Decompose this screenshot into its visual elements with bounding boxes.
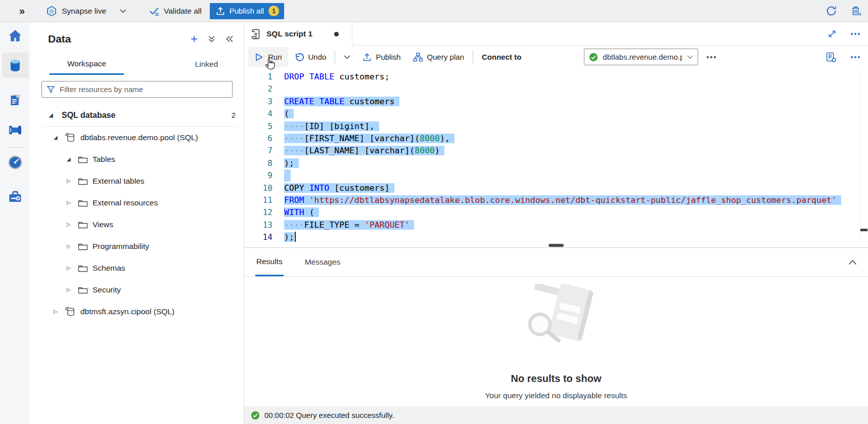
validate-check-icon [149,6,160,17]
validate-all-button[interactable]: Validate all [149,6,202,17]
nav-manage-icon[interactable] [2,184,28,209]
publish-upload-icon [216,7,225,15]
tree-item-dbtlabs-revenue-demo-pool-sql[interactable]: ◢ dbtlabs.revenue.demo.pool (SQL) [30,126,244,148]
filter-box [41,81,233,98]
text-caret [295,232,296,242]
tree-item-dbtmsft-azsyn-cipool-sql[interactable]: ▷ dbtmsft.azsyn.cipool (SQL) [30,301,244,322]
discard-trash-icon[interactable] [850,5,862,17]
nav-data-icon[interactable] [2,53,28,78]
nav-integrate-icon[interactable] [2,117,28,143]
results-tab-bar: Results Messages [244,248,868,277]
script-tab-title: SQL script 1 [266,29,312,38]
expand-menu-icon[interactable]: » [19,5,25,17]
top-bar: » Synapse live Validate all Publish all … [0,0,868,22]
sql-editor-area: SQL script 1 Run Undo [244,22,868,424]
collapsed-caret-icon[interactable]: ▷ [67,243,75,249]
tab-workspace[interactable]: Workspace [50,54,124,75]
code-line-7[interactable]: 7····[LAST_NAME] [varchar](8000) [244,145,868,157]
undo-button[interactable]: Undo [288,47,333,67]
tree-item-security[interactable]: ▷ Security [30,279,244,301]
expanded-caret-icon[interactable]: ◢ [54,135,62,140]
folder-icon [78,155,88,163]
toolbar-more-icon[interactable] [851,56,860,58]
code-line-13[interactable]: 13····FILE_TYPE = 'PARQUET' [244,219,868,231]
query-plan-label: Query plan [427,53,464,61]
no-results-illustration [512,284,601,351]
main-layout: Data + Workspace Linked [0,22,868,424]
expanded-caret-icon[interactable]: ◢ [67,156,75,162]
code-line-6[interactable]: 6····[FIRST_NAME] [varchar](8000), [244,133,868,145]
line-number: 1 [244,71,272,83]
nav-develop-icon[interactable] [2,87,28,112]
query-status-bar: 00:00:02 Query executed successfully. [244,406,868,424]
run-options-chevron[interactable] [338,47,356,67]
tree-item-views[interactable]: ▷ Views [30,214,244,235]
pool-selector-dropdown[interactable]: dbtlabs.revenue.demo.pool [584,49,698,65]
data-panel-header: Data + [30,25,244,53]
add-resource-button[interactable]: + [191,33,198,45]
tree-item-schemas[interactable]: ▷ Schemas [30,257,244,279]
code-line-12[interactable]: 12WITH ( [244,206,868,219]
query-plan-button[interactable]: Query plan [407,47,470,67]
tab-results[interactable]: Results [255,248,284,276]
tab-sql-script-1[interactable]: SQL script 1 [244,22,352,46]
splitter-handle[interactable] [549,244,564,247]
code-line-11[interactable]: 11FROM 'https://dbtlabsynapsedatalake.bl… [244,194,868,206]
filter-resources-input[interactable] [60,85,227,94]
editor-tab-bar-right [352,22,868,46]
collapsed-caret-icon[interactable]: ▷ [54,309,62,314]
code-line-1[interactable]: 1DROP TABLE customers; [244,71,868,83]
tree-item-programmability[interactable]: ▷ Programmability [30,235,244,257]
editor-scrollbar[interactable] [860,68,868,244]
tree-item-external-tables[interactable]: ▷ External tables [30,170,244,192]
code-line-2[interactable]: 2 [244,83,868,95]
collapse-panel-icon[interactable] [225,35,234,43]
line-number: 10 [244,182,272,194]
code-line-14[interactable]: 14); [244,231,868,243]
data-panel: Data + Workspace Linked [30,22,244,424]
code-line-4[interactable]: 4( [244,108,868,120]
tree-item-tables[interactable]: ◢ Tables [30,148,244,170]
collapsed-caret-icon[interactable]: ▷ [67,265,75,271]
expand-editor-icon[interactable] [828,29,837,38]
run-button[interactable]: Run [248,47,288,67]
tab-linked[interactable]: Linked [169,54,244,75]
editor-tab-bar: SQL script 1 [244,22,868,46]
environment-switcher[interactable]: Synapse live [46,6,126,17]
collapse-all-icon[interactable] [208,35,215,43]
chevron-down-icon[interactable] [120,9,126,13]
collapse-results-icon[interactable] [848,248,868,276]
tree-item-label: dbtmsft.azsyn.cipool (SQL) [80,307,174,316]
line-number: 9 [244,169,272,182]
code-line-5[interactable]: 5····[ID] [bigint], [244,120,868,133]
publish-button[interactable]: Publish [356,47,406,67]
collapsed-caret-icon[interactable]: ▷ [67,287,75,292]
tab-messages[interactable]: Messages [304,248,342,276]
more-commands-icon[interactable] [707,56,716,58]
code-line-9[interactable]: 9 [244,169,868,182]
scrollbar-thumb[interactable] [860,229,867,231]
nav-home-icon[interactable] [2,23,28,49]
expanded-caret-icon[interactable]: ◢ [49,112,57,118]
editor-more-options-icon[interactable] [851,33,860,35]
tree-item-sql-database[interactable]: ◢SQL database2 [30,104,244,126]
line-number: 11 [244,194,272,206]
line-number: 8 [244,157,272,169]
tree-item-external-resources[interactable]: ▷ External resources [30,192,244,214]
code-line-3[interactable]: 3CREATE TABLE customers [244,96,868,108]
result-settings-icon[interactable] [826,52,837,63]
sql-code-editor[interactable]: 1DROP TABLE customers;23CREATE TABLE cus… [244,68,868,244]
nav-monitor-icon[interactable] [2,150,28,175]
publish-all-button[interactable]: Publish all 1 [210,3,284,19]
code-line-8[interactable]: 8); [244,157,868,169]
code-line-10[interactable]: 10COPY INTO [customers] [244,182,868,194]
collapsed-caret-icon[interactable]: ▷ [67,200,75,205]
collapsed-caret-icon[interactable]: ▷ [67,178,75,184]
tree-item-label: Schemas [93,264,125,273]
panel-splitter[interactable] [244,244,868,248]
toolbar-separator [473,51,473,64]
collapsed-caret-icon[interactable]: ▷ [67,222,75,227]
line-number: 7 [244,145,272,157]
refresh-icon[interactable] [826,5,837,17]
folder-icon [78,242,88,250]
